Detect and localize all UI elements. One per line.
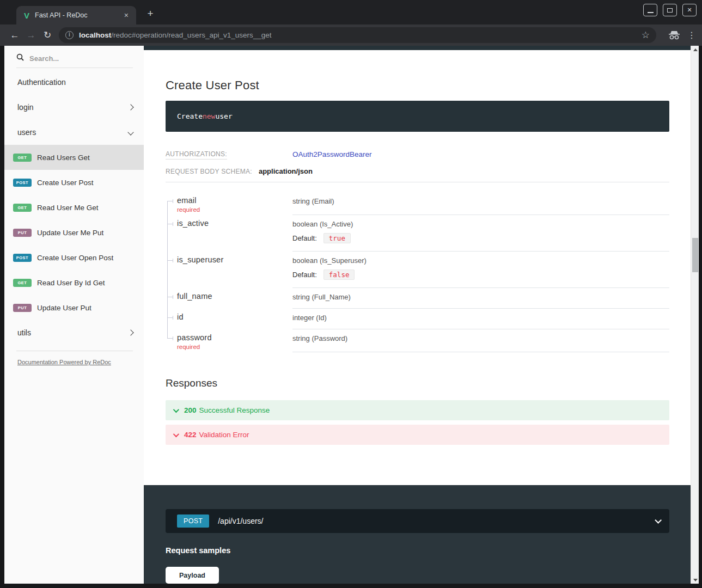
field-row-full-name: full_name string (Full_Name) bbox=[166, 288, 669, 309]
redoc-sidebar: Authentication login users GET Read User… bbox=[4, 46, 144, 584]
field-row-email: email required string (Email) bbox=[166, 192, 669, 215]
forward-button[interactable]: → bbox=[23, 27, 39, 44]
page-title: Create User Post bbox=[166, 78, 669, 93]
new-tab-button[interactable]: + bbox=[143, 7, 158, 22]
default-value-chip: false bbox=[323, 270, 355, 280]
sidebar-item-users[interactable]: users bbox=[4, 120, 144, 145]
field-row-is-active: is_active boolean (Is_Active) Default: t… bbox=[166, 215, 669, 252]
chevron-down-icon bbox=[655, 517, 662, 524]
default-value-chip: true bbox=[323, 233, 351, 243]
scroll-up-arrow-icon[interactable] bbox=[691, 46, 699, 53]
field-row-is-superuser: is_superuser boolean (Is_Superuser) Defa… bbox=[166, 252, 669, 288]
chevron-right-icon bbox=[127, 104, 133, 110]
browser-menu-icon[interactable]: ⋮ bbox=[686, 30, 698, 40]
get-method-badge: GET bbox=[13, 204, 32, 212]
sidebar-item-create-user-open-post[interactable]: POST Create User Open Post bbox=[4, 245, 144, 270]
search-row bbox=[4, 46, 144, 68]
sidebar-item-update-user-put[interactable]: PUT Update User Put bbox=[4, 295, 144, 320]
get-method-badge: GET bbox=[13, 154, 32, 162]
main-content: Create User Post Create new user AUTHORI… bbox=[144, 46, 691, 584]
content-type-value: application/json bbox=[259, 167, 313, 175]
sidebar-item-update-user-me-put[interactable]: PUT Update User Me Put bbox=[4, 220, 144, 245]
maximize-button[interactable] bbox=[663, 4, 677, 16]
browser-tab[interactable]: V Fast API - ReDoc × bbox=[16, 6, 136, 24]
url-text[interactable]: localhost/redoc#operation/read_users_api… bbox=[79, 31, 637, 39]
sidebar-item-read-users-get[interactable]: GET Read Users Get bbox=[4, 145, 144, 170]
tab-close-icon[interactable]: × bbox=[122, 10, 131, 21]
previous-section-edge bbox=[144, 46, 691, 50]
incognito-icon bbox=[668, 30, 680, 40]
response-422[interactable]: 422 Validation Error bbox=[166, 425, 669, 445]
endpoint-dropdown[interactable]: POST /api/v1/users/ bbox=[166, 509, 669, 533]
reload-button[interactable]: ↻ bbox=[39, 27, 56, 44]
sidebar-item-read-user-by-id-get[interactable]: GET Read User By Id Get bbox=[4, 270, 144, 295]
sidebar-item-login[interactable]: login bbox=[4, 95, 144, 120]
site-favicon-icon: V bbox=[24, 11, 29, 20]
minimize-button[interactable] bbox=[643, 4, 657, 16]
request-console: POST /api/v1/users/ Request samples Payl… bbox=[144, 485, 691, 584]
operation-description-code: Create new user bbox=[166, 101, 669, 132]
scroll-down-arrow-icon[interactable] bbox=[691, 576, 699, 584]
request-body-schema-row: REQUEST BODY SCHEMA:application/json bbox=[166, 167, 669, 175]
sidebar-item-authentication[interactable]: Authentication bbox=[4, 70, 144, 95]
search-icon bbox=[16, 53, 24, 63]
authorizations-row: AUTHORIZATIONS: OAuth2PasswordBearer bbox=[166, 150, 669, 158]
post-method-badge: POST bbox=[13, 179, 32, 187]
url-path: /redoc#operation/read_users_api_v1_users… bbox=[111, 31, 271, 39]
redoc-attribution-link[interactable]: Documentation Powered by ReDoc bbox=[17, 359, 111, 365]
sidebar-item-utils[interactable]: utils bbox=[4, 320, 144, 345]
address-bar[interactable]: i localhost/redoc#operation/read_users_a… bbox=[59, 27, 656, 43]
get-method-badge: GET bbox=[13, 279, 32, 287]
site-info-icon[interactable]: i bbox=[65, 31, 74, 39]
chevron-right-icon bbox=[127, 329, 133, 335]
bookmark-star-icon[interactable]: ☆ bbox=[642, 29, 650, 41]
window-controls: ✕ bbox=[643, 4, 697, 16]
field-row-id: id integer (Id) bbox=[166, 309, 669, 329]
browser-toolbar: ← → ↻ i localhost/redoc#operation/read_u… bbox=[0, 24, 702, 46]
operation-section: Create User Post Create new user AUTHORI… bbox=[144, 50, 691, 485]
put-method-badge: PUT bbox=[13, 304, 32, 312]
sidebar-menu: Authentication login users GET Read User… bbox=[4, 70, 144, 345]
payload-tab[interactable]: Payload bbox=[166, 567, 219, 584]
authorizations-label: AUTHORIZATIONS: bbox=[166, 150, 292, 158]
chevron-down-icon bbox=[127, 129, 133, 135]
request-samples-title: Request samples bbox=[166, 546, 669, 555]
schema-divider bbox=[166, 182, 669, 182]
close-window-button[interactable]: ✕ bbox=[682, 4, 697, 16]
post-method-badge: POST bbox=[177, 514, 209, 528]
oauth2-link[interactable]: OAuth2PasswordBearer bbox=[292, 150, 372, 158]
put-method-badge: PUT bbox=[13, 229, 32, 237]
url-host: localhost bbox=[79, 31, 111, 39]
responses-title: Responses bbox=[166, 377, 669, 389]
sidebar-item-create-user-post[interactable]: POST Create User Post bbox=[4, 170, 144, 195]
search-input[interactable] bbox=[29, 54, 122, 63]
scrollbar-thumb[interactable] bbox=[692, 238, 698, 272]
field-row-password: password required string (Password) bbox=[166, 329, 669, 352]
tab-title: Fast API - ReDoc bbox=[35, 11, 122, 19]
response-200[interactable]: 200 Successful Response bbox=[166, 400, 669, 420]
chevron-down-icon bbox=[173, 406, 179, 412]
endpoint-path: /api/v1/users/ bbox=[218, 517, 655, 525]
browser-tab-bar: V Fast API - ReDoc × + ✕ bbox=[0, 0, 702, 24]
chevron-down-icon bbox=[173, 431, 179, 437]
post-method-badge: POST bbox=[13, 254, 32, 262]
back-button[interactable]: ← bbox=[7, 27, 23, 44]
page-scrollbar[interactable] bbox=[691, 46, 699, 584]
sidebar-item-read-user-me-get[interactable]: GET Read User Me Get bbox=[4, 195, 144, 220]
schema-fields: email required string (Email) is_active … bbox=[166, 192, 669, 352]
